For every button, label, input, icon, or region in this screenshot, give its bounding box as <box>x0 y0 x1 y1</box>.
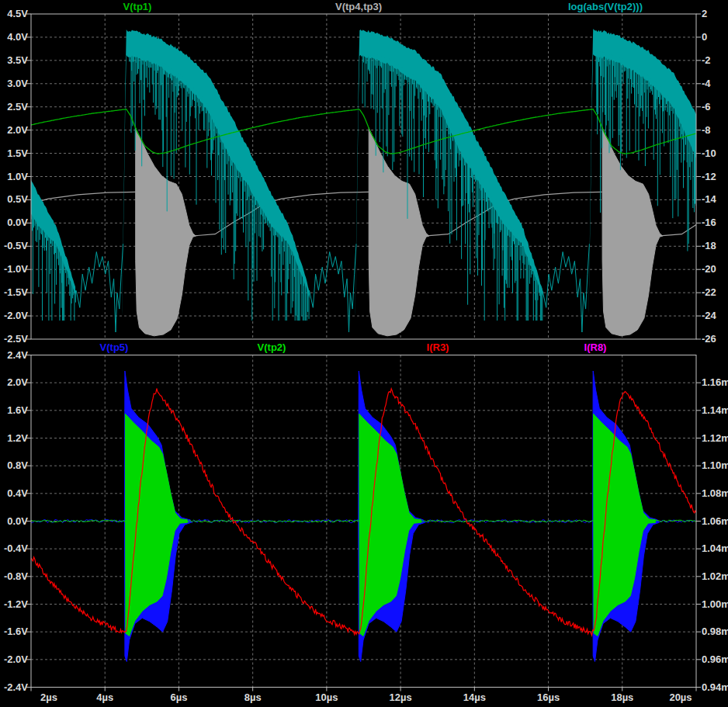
top-left-axis-tick[interactable]: 3.0V <box>7 78 28 89</box>
bottom-left-axis-tick[interactable]: -1.2V <box>4 599 28 610</box>
bottom-right-axis-tick[interactable]: 1.06mA <box>702 516 728 527</box>
trace-vtp4tp3-burst[interactable] <box>369 128 429 336</box>
trace-label-vtp2[interactable]: V(tp2) <box>258 342 286 353</box>
top-pane[interactable] <box>31 29 696 336</box>
bottom-right-axis-tick[interactable]: 1.04mA <box>702 543 728 554</box>
top-right-axis-tick[interactable]: 0 <box>702 32 707 43</box>
x-axis-tick[interactable]: 20µs <box>669 692 692 703</box>
trace-label-ir3[interactable]: I(R3) <box>427 342 449 353</box>
top-right-axis-tick[interactable]: -24 <box>702 310 716 321</box>
top-right-axis-tick[interactable]: -4 <box>702 78 711 89</box>
top-right-axis-tick[interactable]: -10 <box>702 148 716 159</box>
bottom-right-axis-tick[interactable]: 1.10mA <box>702 460 728 471</box>
bottom-left-axis-tick[interactable]: -1.6V <box>4 626 28 637</box>
plot-svg[interactable] <box>0 0 728 707</box>
top-right-axis-tick[interactable]: -26 <box>702 334 716 345</box>
top-left-axis-tick[interactable]: 3.5V <box>7 55 28 66</box>
top-left-axis-tick[interactable]: -1.5V <box>4 287 28 298</box>
top-left-axis-tick[interactable]: -2.5V <box>4 334 28 345</box>
bottom-left-axis-tick[interactable]: -0.8V <box>4 571 28 582</box>
trace-log-tail[interactable] <box>310 244 357 332</box>
bottom-right-axis-tick[interactable]: 1.14mA <box>702 405 728 416</box>
top-left-axis-tick[interactable]: 0.5V <box>7 194 28 205</box>
trace-vtp4tp3-baseline[interactable] <box>658 225 697 237</box>
top-left-axis-tick[interactable]: 4.5V <box>7 9 28 19</box>
top-left-axis-tick[interactable]: 1.5V <box>7 148 28 159</box>
bottom-right-axis-tick[interactable]: 1.12mA <box>702 433 728 444</box>
trace-label-logabsvtp2[interactable]: log(abs(V(tp2))) <box>568 2 643 12</box>
top-right-axis-tick[interactable]: -8 <box>702 125 711 136</box>
trace-vtp4tp3-baseline[interactable] <box>31 192 136 203</box>
top-left-axis-tick[interactable]: -1.0V <box>4 264 28 275</box>
top-left-axis-tick[interactable]: -2.0V <box>4 310 28 321</box>
bottom-left-axis-tick[interactable]: 0.8V <box>7 460 28 471</box>
trace-vtp4tp3-burst[interactable] <box>136 128 196 336</box>
trace-label-ir8[interactable]: I(R8) <box>584 342 607 353</box>
bottom-right-axis-tick[interactable]: 1.02mA <box>702 571 728 582</box>
bottom-left-axis-tick[interactable]: 1.6V <box>7 405 28 416</box>
top-right-axis-tick[interactable]: -12 <box>702 172 716 182</box>
x-axis-tick[interactable]: 18µs <box>611 692 633 703</box>
bottom-left-axis-tick[interactable]: -0.4V <box>4 543 28 554</box>
top-left-axis-tick[interactable]: -0.5V <box>4 241 28 251</box>
top-left-axis-tick[interactable]: 0.0V <box>7 217 28 228</box>
x-axis-tick[interactable]: 10µs <box>315 692 338 703</box>
trace-log-tail[interactable] <box>76 244 123 332</box>
x-axis-tick[interactable]: 8µs <box>244 692 262 703</box>
x-axis-tick[interactable]: 16µs <box>537 692 560 703</box>
top-right-axis-tick[interactable]: 2 <box>702 9 707 19</box>
bottom-right-axis-tick[interactable]: 0.94mA <box>702 682 728 693</box>
top-left-axis-tick[interactable]: 2.5V <box>7 102 28 113</box>
trace-label-vtp4tp3[interactable]: V(tp4,tp3) <box>335 2 382 12</box>
x-axis-tick[interactable]: 12µs <box>390 692 412 703</box>
top-left-axis-tick[interactable]: 1.0V <box>7 172 28 182</box>
x-axis-tick[interactable]: 14µs <box>463 692 486 703</box>
bottom-left-axis-tick[interactable]: -2.4V <box>4 682 28 693</box>
bottom-left-axis-tick[interactable]: 0.4V <box>7 488 28 499</box>
bottom-left-axis-tick[interactable]: 1.2V <box>7 433 28 444</box>
top-right-axis-tick[interactable]: -16 <box>702 217 716 228</box>
bottom-right-axis-tick[interactable]: 0.98mA <box>702 626 728 637</box>
bottom-right-axis-tick[interactable]: 1.08mA <box>702 488 728 499</box>
bottom-right-axis-tick[interactable]: 0.96mA <box>702 654 728 665</box>
top-right-axis-tick[interactable]: -18 <box>702 241 716 251</box>
top-left-axis-tick[interactable]: 2.0V <box>7 125 28 136</box>
top-right-axis-tick[interactable]: -2 <box>702 55 711 66</box>
x-axis-tick[interactable]: 6µs <box>170 692 187 703</box>
top-right-axis-tick[interactable]: -22 <box>702 287 716 298</box>
bottom-left-axis-tick[interactable]: -2.0V <box>4 654 28 665</box>
bottom-right-axis-tick[interactable]: 1.00mA <box>702 599 728 610</box>
bottom-left-axis-tick[interactable]: 2.0V <box>7 377 28 388</box>
top-left-axis-tick[interactable]: 4.0V <box>7 32 28 43</box>
trace-label-vtp1[interactable]: V(tp1) <box>123 2 152 12</box>
bottom-pane[interactable] <box>31 371 696 662</box>
trace-log-tail[interactable] <box>543 244 590 332</box>
waveform-viewer[interactable]: V(tp1)V(tp4,tp3)log(abs(V(tp2))) V(tp5)V… <box>0 0 728 707</box>
bottom-right-axis-tick[interactable]: 1.16mA <box>702 377 728 388</box>
top-right-axis-tick[interactable]: -20 <box>702 264 716 275</box>
trace-label-vtp5[interactable]: V(tp5) <box>100 342 129 353</box>
top-right-axis-tick[interactable]: -6 <box>702 102 711 113</box>
top-right-axis-tick[interactable]: -14 <box>702 194 716 205</box>
x-axis-tick[interactable]: 2µs <box>40 692 57 703</box>
x-axis-tick[interactable]: 4µs <box>96 692 113 703</box>
bottom-left-axis-tick[interactable]: 0.0V <box>7 516 28 527</box>
bottom-left-axis-tick[interactable]: 2.4V <box>7 350 28 361</box>
